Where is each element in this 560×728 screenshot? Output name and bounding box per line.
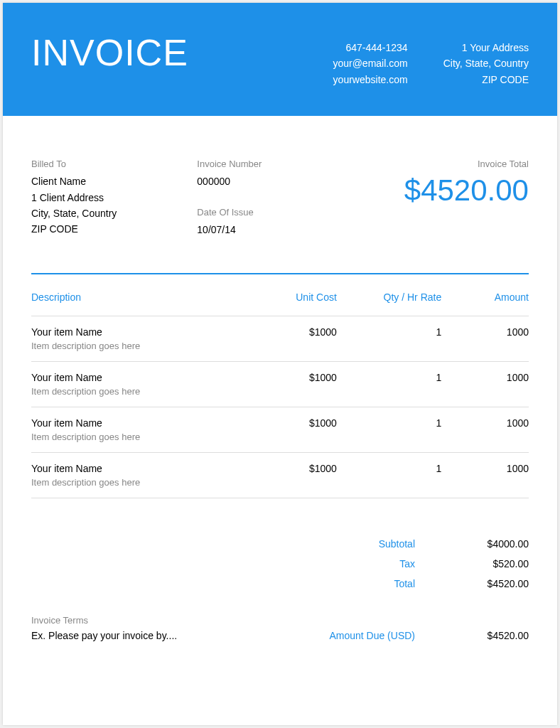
client-address2: City, State, Country xyxy=(31,205,197,221)
item-name: Your item Name xyxy=(31,463,249,474)
invoice-content: Billed To Client Name 1 Client Address C… xyxy=(3,116,557,670)
totals-block: Subtotal $4000.00 Tax $520.00 Total $452… xyxy=(31,534,529,594)
item-unit: $1000 xyxy=(249,326,337,338)
item-row: Your item NameItem description goes here… xyxy=(31,407,529,452)
item-unit: $1000 xyxy=(249,372,337,383)
item-description: Item description goes here xyxy=(31,341,249,351)
invoice-title: INVOICE xyxy=(31,31,188,74)
item-amount: 1000 xyxy=(441,463,529,474)
item-qty: 1 xyxy=(337,463,441,474)
total-value: $4520.00 xyxy=(415,578,529,589)
phone: 647-444-1234 xyxy=(333,40,407,55)
divider xyxy=(31,273,529,274)
item-name: Your item Name xyxy=(31,417,249,429)
item-desc-col: Your item NameItem description goes here xyxy=(31,326,249,351)
terms-text: Ex. Please pay your invoice by.... xyxy=(31,630,287,641)
terms-label: Invoice Terms xyxy=(31,615,287,626)
item-amount: 1000 xyxy=(441,417,529,429)
item-amount: 1000 xyxy=(441,372,529,383)
item-row: Your item NameItem description goes here… xyxy=(31,361,529,407)
invoice-page: INVOICE 647-444-1234 your@email.com your… xyxy=(3,3,557,725)
total-label: Total xyxy=(287,578,415,589)
header-info: 647-444-1234 your@email.com yourwebsite.… xyxy=(333,31,529,87)
invoice-meta-block: Invoice Number 000000 Date Of Issue 10/0… xyxy=(197,159,362,237)
item-qty: 1 xyxy=(337,417,441,429)
address-line2: City, State, Country xyxy=(443,55,529,71)
date-label: Date Of Issue xyxy=(197,207,362,218)
terms-left: Invoice Terms Ex. Please pay your invoic… xyxy=(31,615,287,641)
invoice-number-value: 000000 xyxy=(197,173,362,189)
tax-row: Tax $520.00 xyxy=(31,554,529,574)
billed-to-label: Billed To xyxy=(31,159,197,169)
terms-section: Invoice Terms Ex. Please pay your invoic… xyxy=(31,615,529,641)
item-description: Item description goes here xyxy=(31,432,249,442)
website: yourwebsite.com xyxy=(333,72,407,87)
address-line3: ZIP CODE xyxy=(443,72,529,87)
date-value: 10/07/14 xyxy=(197,222,362,237)
table-header: Description Unit Cost Qty / Hr Rate Amou… xyxy=(31,291,529,316)
tax-label: Tax xyxy=(287,558,415,569)
email: your@email.com xyxy=(333,55,407,71)
col-description: Description xyxy=(31,291,249,303)
amount-due-label: Amount Due (USD) xyxy=(287,630,415,641)
subtotal-label: Subtotal xyxy=(287,538,415,550)
item-row: Your item NameItem description goes here… xyxy=(31,316,529,361)
invoice-total-value: $4520.00 xyxy=(363,173,529,208)
item-qty: 1 xyxy=(337,326,441,338)
item-desc-col: Your item NameItem description goes here xyxy=(31,417,249,442)
address-column: 1 Your Address City, State, Country ZIP … xyxy=(443,40,529,87)
item-unit: $1000 xyxy=(249,463,337,474)
contact-column: 647-444-1234 your@email.com yourwebsite.… xyxy=(333,40,407,87)
item-qty: 1 xyxy=(337,372,441,383)
invoice-number-label: Invoice Number xyxy=(197,159,362,169)
item-desc-col: Your item NameItem description goes here xyxy=(31,372,249,397)
item-name: Your item Name xyxy=(31,326,249,338)
billed-to-block: Billed To Client Name 1 Client Address C… xyxy=(31,159,197,237)
item-desc-col: Your item NameItem description goes here xyxy=(31,463,249,488)
item-unit: $1000 xyxy=(249,417,337,429)
invoice-header: INVOICE 647-444-1234 your@email.com your… xyxy=(3,3,557,116)
item-row: Your item NameItem description goes here… xyxy=(31,452,529,498)
date-block: Date Of Issue 10/07/14 xyxy=(197,207,362,237)
col-qty: Qty / Hr Rate xyxy=(337,291,441,303)
item-description: Item description goes here xyxy=(31,477,249,488)
items-list: Your item NameItem description goes here… xyxy=(31,316,529,498)
total-row: Total $4520.00 xyxy=(31,574,529,594)
subtotal-row: Subtotal $4000.00 xyxy=(31,534,529,554)
col-amount: Amount xyxy=(441,291,529,303)
amount-due-row: Amount Due (USD) $4520.00 xyxy=(287,630,529,641)
item-name: Your item Name xyxy=(31,372,249,383)
tax-value: $520.00 xyxy=(415,558,529,569)
invoice-total-label: Invoice Total xyxy=(363,159,529,169)
invoice-total-block: Invoice Total $4520.00 xyxy=(363,159,529,237)
client-address1: 1 Client Address xyxy=(31,190,197,205)
info-row: Billed To Client Name 1 Client Address C… xyxy=(31,159,529,237)
address-line1: 1 Your Address xyxy=(443,40,529,55)
subtotal-value: $4000.00 xyxy=(415,538,529,550)
col-unit-cost: Unit Cost xyxy=(249,291,337,303)
amount-due-value: $4520.00 xyxy=(415,630,529,641)
client-name: Client Name xyxy=(31,173,197,189)
item-amount: 1000 xyxy=(441,326,529,338)
client-zip: ZIP CODE xyxy=(31,221,197,237)
item-description: Item description goes here xyxy=(31,386,249,397)
